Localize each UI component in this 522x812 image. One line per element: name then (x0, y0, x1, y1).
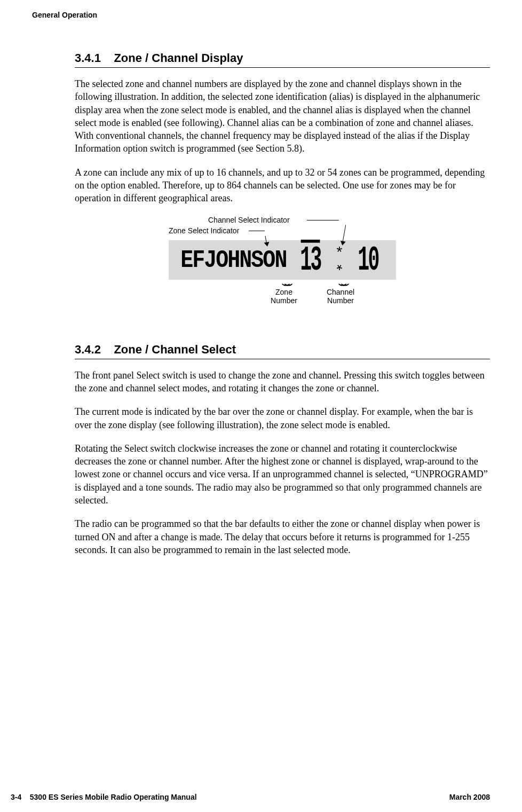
section-title: Zone / Channel Display (114, 51, 243, 65)
arrow-down-icon (342, 225, 346, 245)
paragraph: The selected zone and channel numbers ar… (75, 77, 490, 155)
paragraph: The current mode is indicated by the bar… (75, 405, 490, 431)
zone-number-value: 13 (300, 243, 321, 277)
section-number: 3.4.2 (75, 343, 101, 356)
section-rule (75, 359, 490, 359)
section-title: Zone / Channel Select (114, 343, 236, 356)
lcd-alpha-text: EFJOHNSON (180, 247, 286, 274)
section-number: 3.4.1 (75, 51, 101, 65)
footer-manual-title: 5300 ES Series Mobile Radio Operating Ma… (30, 793, 197, 801)
zone-channel-display-figure: Channel Select Indicator Zone Select Ind… (75, 216, 490, 311)
running-header: General Operation (32, 11, 490, 19)
section-3-4-2-heading: 3.4.2 Zone / Channel Select (75, 343, 490, 357)
paragraph: A zone can include any mix of up to 16 c… (75, 166, 490, 205)
paragraph: The front panel Select switch is used to… (75, 369, 490, 395)
channel-number-value: 10 (358, 243, 378, 277)
channel-select-indicator-label: Channel Select Indicator (208, 216, 290, 224)
channel-number-label: ⌣⌣ Channel Number (319, 280, 362, 305)
footer-date: March 2008 (449, 793, 490, 801)
select-indicator-icon: ** (335, 249, 344, 267)
zone-select-indicator-label: Zone Select Indicator (169, 226, 239, 235)
section-rule (75, 67, 490, 68)
footer-page-number: 3-4 (11, 793, 21, 801)
section-3-4-1-heading: 3.4.1 Zone / Channel Display (75, 51, 490, 65)
paragraph: Rotating the Select switch clockwise inc… (75, 442, 490, 507)
lcd-display: EFJOHNSON 13 ** 10 (169, 240, 396, 280)
page-footer: 3-4 5300 ES Series Mobile Radio Operatin… (11, 793, 490, 801)
paragraph: The radio can be programmed so that the … (75, 517, 490, 556)
zone-number-label: ⌣⌣ Zone Number (265, 280, 303, 305)
